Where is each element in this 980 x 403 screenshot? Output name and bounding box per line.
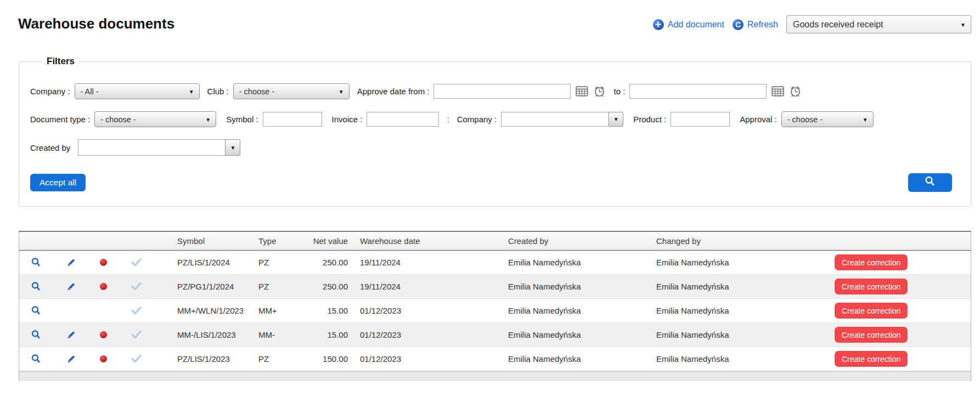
chevron-down-icon: ▼ [205,116,211,122]
approve-date-to-input[interactable] [629,84,767,99]
search-button[interactable] [908,173,952,192]
column-header-symbol: Symbol [154,236,258,246]
documents-table: Symbol Type Net value Warehouse date Cre… [19,231,971,381]
warehouse-date-cell: 19/11/2024 [349,258,508,267]
document-category-select[interactable]: Goods received receipt ▼ [786,15,971,33]
product-input[interactable] [671,112,730,127]
check-icon[interactable] [131,258,142,267]
table-row: PZ/LIS/1/2023 PZ 150.00 01/12/2023 Emili… [19,347,971,371]
accept-all-button[interactable]: Accept all [30,174,86,191]
approve-date-from-input[interactable] [433,84,571,99]
symbol-input[interactable] [263,112,322,127]
check-icon[interactable] [131,354,142,364]
create-correction-button[interactable]: Create correction [835,303,908,319]
filters-legend: Filters [42,56,79,67]
company-label: Company : [30,87,70,96]
symbol-cell: PZ/PG1/1/2024 [154,282,258,291]
club-select[interactable]: - choose -▼ [233,83,350,99]
refresh-icon [733,19,744,30]
magnifier-plus-icon[interactable] [31,281,42,292]
red-dot-icon[interactable] [100,331,107,338]
calendar-icon[interactable] [576,86,588,97]
red-dot-icon[interactable] [100,283,107,290]
changed-by-cell: Emilia Namedyńska [656,282,835,291]
table-row: PZ/LIS/1/2024 PZ 250.00 19/11/2024 Emili… [19,251,971,275]
approve-date-from-label: Approve date from : [357,87,430,96]
create-correction-button[interactable]: Create correction [835,279,908,294]
filters-panel: Filters Company : - All -▼ Club : - choo… [19,56,971,207]
created-by-dropdown-button[interactable]: ▼ [225,139,240,156]
type-cell: MM+ [258,306,297,315]
clock-icon[interactable] [789,85,802,98]
warehouse-documents-page: Warehouse documents Add document Refresh… [0,0,980,403]
column-header-created-by: Created by [508,236,656,246]
calendar-icon[interactable] [771,86,784,97]
symbol-cell: MM-/LIS/1/2023 [154,330,258,339]
symbol-cell: PZ/LIS/1/2024 [154,258,258,267]
chevron-down-icon: ▼ [339,88,344,94]
created-by-cell: Emilia Namedyńska [508,306,656,315]
company-dropdown-button[interactable]: ▼ [609,112,623,127]
check-icon[interactable] [131,282,142,291]
chevron-down-icon: ▼ [960,21,966,27]
invoice-label: Invoice : [332,115,363,124]
symbol-label: Symbol : [226,115,258,124]
red-dot-icon[interactable] [100,259,107,266]
plus-circle-icon [653,19,664,30]
pencil-icon[interactable] [66,354,76,364]
table-row: PZ/PG1/1/2024 PZ 250.00 19/11/2024 Emili… [19,275,971,299]
check-icon[interactable] [131,330,142,339]
approval-select[interactable]: - choose -▼ [781,111,874,127]
created-by-cell: Emilia Namedyńska [508,282,656,291]
filters-row-3: Created by ▼ [30,139,960,156]
table-header-row: Symbol Type Net value Warehouse date Cre… [19,232,971,251]
type-cell: PZ [258,354,297,364]
created-by-label: Created by [30,143,70,152]
changed-by-cell: Emilia Namedyńska [656,354,835,364]
column-header-warehouse-date: Warehouse date [349,236,508,246]
create-correction-button[interactable]: Create correction [835,254,908,270]
check-icon[interactable] [131,306,142,315]
magnifier-plus-icon[interactable] [31,305,42,316]
chevron-down-icon: ▼ [863,116,868,122]
top-actions: Add document Refresh Goods received rece… [653,15,971,33]
column-header-changed-by: Changed by [656,236,835,246]
create-correction-button[interactable]: Create correction [835,351,908,367]
colon-separator: : [447,115,449,124]
clock-icon[interactable] [593,85,606,98]
pencil-icon[interactable] [66,330,76,340]
magnifier-plus-icon[interactable] [31,330,42,340]
created-by-cell: Emilia Namedyńska [508,330,656,339]
approval-label: Approval : [740,115,777,124]
created-by-input[interactable] [78,139,225,156]
refresh-link[interactable]: Refresh [733,19,778,30]
changed-by-cell: Emilia Namedyńska [656,306,835,315]
company-filter-label: Company : [457,115,497,124]
company-select[interactable]: - All -▼ [75,83,200,99]
add-document-label: Add document [668,20,724,30]
document-type-select[interactable]: - choose -▼ [94,111,216,127]
red-dot-icon[interactable] [100,355,107,362]
warehouse-date-cell: 01/12/2023 [349,306,508,315]
symbol-cell: MM+/WLN/1/2023 [154,306,258,315]
changed-by-cell: Emilia Namedyńska [656,258,835,267]
created-by-cell: Emilia Namedyńska [508,258,656,267]
add-document-link[interactable]: Add document [653,19,724,30]
chevron-down-icon: ▼ [230,145,235,151]
create-correction-button[interactable]: Create correction [835,327,908,343]
refresh-label: Refresh [747,20,778,30]
filters-row-2: Document type : - choose -▼ Symbol : Inv… [30,111,960,127]
magnifier-plus-icon[interactable] [31,354,42,365]
pencil-icon[interactable] [66,282,76,292]
net-value-cell: 15.00 [297,330,349,339]
invoice-input[interactable] [367,112,439,127]
table-footer [19,371,971,381]
magnifier-plus-icon[interactable] [31,257,42,268]
warehouse-date-cell: 01/12/2023 [349,354,508,364]
net-value-cell: 150.00 [297,354,349,364]
pencil-icon[interactable] [66,258,76,268]
company-filter-input[interactable] [501,112,609,127]
type-cell: PZ [258,282,297,291]
product-label: Product : [633,115,666,124]
document-type-label: Document type : [30,115,90,124]
